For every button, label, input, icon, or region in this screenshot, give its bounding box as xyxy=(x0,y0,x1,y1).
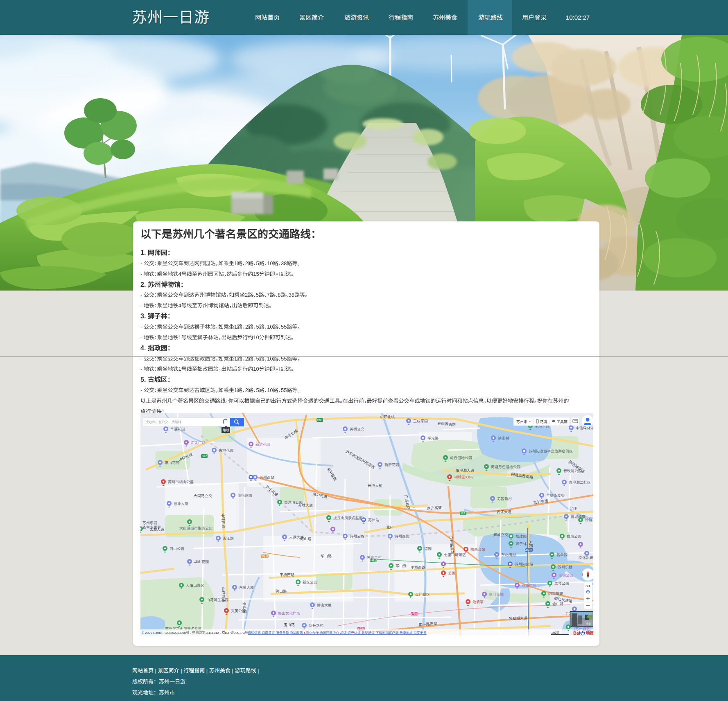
svg-text:徐家村: 徐家村 xyxy=(498,436,509,440)
svg-text:结构信息 百度首页 服务条款 隐私政策 ♠商业合作: 结构信息 百度首页 服务条款 隐私政策 ♠商业合作 地图开放中心 品牌/资产认证… xyxy=(248,631,427,635)
svg-text:吴门商城: 吴门商城 xyxy=(489,593,504,597)
svg-text:新浒花园: 新浒花园 xyxy=(255,442,270,446)
svg-text:阳澄湖大道: 阳澄湖大道 xyxy=(456,469,474,473)
svg-text:大阳山景区: 大阳山景区 xyxy=(186,584,204,588)
svg-text:平桥西路: 平桥西路 xyxy=(411,566,425,570)
svg-text:1公里: 1公里 xyxy=(551,631,559,635)
svg-text:狮山大厦: 狮山大厦 xyxy=(317,603,332,607)
svg-text:华通花园: 华通花园 xyxy=(170,427,185,431)
svg-text:湘江路: 湘江路 xyxy=(223,536,234,541)
svg-text:中信森林湖: 中信森林湖 xyxy=(576,426,593,430)
svg-text:工具箱: 工具箱 xyxy=(556,420,567,424)
svg-text:S58: S58 xyxy=(317,419,323,422)
svg-text:陕西会馆: 陕西会馆 xyxy=(470,548,485,552)
svg-text:盘门景区: 盘门景区 xyxy=(415,593,430,597)
svg-text:长浒大桥: 长浒大桥 xyxy=(368,484,382,488)
svg-text:双湖广场: 双湖广场 xyxy=(522,584,536,588)
svg-text:中环西线: 中环西线 xyxy=(221,514,226,528)
svg-text:星塘街立交: 星塘街立交 xyxy=(546,494,565,498)
svg-text:苏州云谷: 苏州云谷 xyxy=(350,534,364,539)
svg-text:虎丘山风景名胜区: 虎丘山风景名胜区 xyxy=(333,516,363,520)
svg-text:3号线: 3号线 xyxy=(261,555,269,558)
svg-text:狮山路: 狮山路 xyxy=(276,589,287,593)
svg-text:G42: G42 xyxy=(201,455,207,458)
svg-text:苏州西站: 苏州西站 xyxy=(260,476,274,480)
svg-text:习区新村: 习区新村 xyxy=(497,497,512,501)
svg-text:苏州市相山公墓: 苏州市相山公墓 xyxy=(168,480,194,484)
svg-text:苏州西园: 苏州西园 xyxy=(395,534,409,539)
svg-text:闪军雕塑: 闪军雕塑 xyxy=(548,592,563,596)
svg-text:东北街村: 东北街村 xyxy=(501,553,516,557)
svg-text:何山公园: 何山公园 xyxy=(170,547,184,551)
svg-text:北环: 北环 xyxy=(570,507,577,511)
svg-text:狮子林: 狮子林 xyxy=(515,542,527,546)
svg-text:中环北线: 中环北线 xyxy=(380,415,395,419)
svg-text:惠地花园: 惠地花园 xyxy=(219,449,233,453)
svg-text:独墅湖大道: 独墅湖大道 xyxy=(509,616,527,621)
svg-text:玲珑桥: 玲珑桥 xyxy=(585,518,593,522)
svg-text:地图: 地图 xyxy=(586,631,593,636)
svg-text:黄桥立交: 黄桥立交 xyxy=(350,427,364,431)
svg-text:新区公园: 新区公园 xyxy=(303,580,317,584)
svg-text:青澄湖二社区: 青澄湖二社区 xyxy=(569,480,591,485)
svg-text:华山路: 华山路 xyxy=(321,554,332,558)
svg-text:侨城峰荟: 侨城峰荟 xyxy=(571,515,586,519)
svg-text:苏城大道: 苏城大道 xyxy=(298,503,313,507)
svg-text:Bai: Bai xyxy=(573,631,580,636)
svg-text:拙政园: 拙政园 xyxy=(515,534,527,539)
svg-text:苏州阳澄湖半岛旅游度假区: 苏州阳澄湖半岛旅游度假区 xyxy=(529,449,573,453)
svg-text:留园: 留园 xyxy=(424,547,432,551)
svg-text:1号线: 1号线 xyxy=(411,612,418,615)
svg-text:汇金广场: 汇金广场 xyxy=(191,441,206,445)
svg-text:玉成家园: 玉成家园 xyxy=(413,419,428,423)
svg-text:平元路: 平元路 xyxy=(427,436,439,440)
svg-text:大同路立交: 大同路立交 xyxy=(194,494,212,498)
svg-text:艺圃: 艺圃 xyxy=(448,571,455,575)
svg-text:搜地点、查公交、找路线: 搜地点、查公交、找路线 xyxy=(145,420,181,424)
svg-text:大白荡城市生态公园: 大白荡城市生态公园 xyxy=(179,526,213,530)
svg-text:东吴大厦: 东吴大厦 xyxy=(239,586,254,590)
svg-text:寒山寺: 寒山寺 xyxy=(396,564,407,568)
svg-text:金山湖: 金山湖 xyxy=(552,602,563,606)
svg-text:白塘公园: 白塘公园 xyxy=(567,534,581,539)
svg-text:苏州站: 苏州站 xyxy=(368,518,379,522)
svg-text:玉山路: 玉山路 xyxy=(284,623,295,627)
svg-text:沁锦公园: 沁锦公园 xyxy=(558,573,573,577)
svg-text:新浒花园: 新浒花园 xyxy=(384,463,399,467)
svg-text:何山路: 何山路 xyxy=(300,537,311,541)
svg-text:佳怡家园: 佳怡家园 xyxy=(237,494,252,498)
svg-text:新升新苑: 新升新苑 xyxy=(309,624,323,628)
svg-text:全景: 全景 xyxy=(586,622,591,625)
svg-text:G2: G2 xyxy=(461,512,465,515)
svg-text:三元二村: 三元二村 xyxy=(367,556,382,560)
svg-text:文化水廊: 文化水廊 xyxy=(579,556,593,560)
svg-text:苏州市: 苏州市 xyxy=(516,420,527,424)
svg-text:狮山文化广场: 狮山文化广场 xyxy=(278,611,300,615)
svg-text:© 2023 Baidu - GS(2023)3206号 -: © 2023 Baidu - GS(2023)3206号 - 甲测资字11111… xyxy=(142,631,248,635)
svg-text:中环西线: 中环西线 xyxy=(221,587,226,602)
svg-text:解放立交: 解放立交 xyxy=(493,533,508,537)
svg-text:七里山塘景区: 七里山塘景区 xyxy=(444,553,466,557)
svg-text:虎丘湿地公园: 虎丘湿地公园 xyxy=(450,456,472,460)
svg-text:沧浪亭: 沧浪亭 xyxy=(473,600,484,604)
svg-text:太湖大道: 太湖大道 xyxy=(149,527,164,532)
svg-text:娄江大道: 娄江大道 xyxy=(497,510,511,514)
svg-text:苏州乐墅: 苏州乐墅 xyxy=(558,565,572,569)
svg-text:路线: 路线 xyxy=(223,428,229,432)
svg-text:荷塘月色湿地公园: 荷塘月色湿地公园 xyxy=(491,465,520,469)
svg-text:3D: 3D xyxy=(586,584,590,588)
svg-text:苏州乐园: 苏州乐园 xyxy=(142,521,157,525)
svg-text:华山花园: 华山花园 xyxy=(194,560,209,564)
svg-text:路况: 路况 xyxy=(540,420,547,424)
svg-text:相城区XX村: 相城区XX村 xyxy=(454,475,474,479)
svg-text:平桥西路: 平桥西路 xyxy=(280,573,294,577)
svg-text:茗翠园: 茗翠园 xyxy=(556,553,567,557)
svg-text:北环: 北环 xyxy=(386,525,393,530)
svg-text:兰琴公园: 兰琴公园 xyxy=(554,582,569,586)
svg-text:阳山花苑: 阳山花苑 xyxy=(165,461,179,465)
svg-text:人民路: 人民路 xyxy=(529,540,533,552)
svg-text:苏州园区站: 苏州园区站 xyxy=(515,562,533,566)
svg-text:创业大厦: 创业大厦 xyxy=(174,502,188,506)
